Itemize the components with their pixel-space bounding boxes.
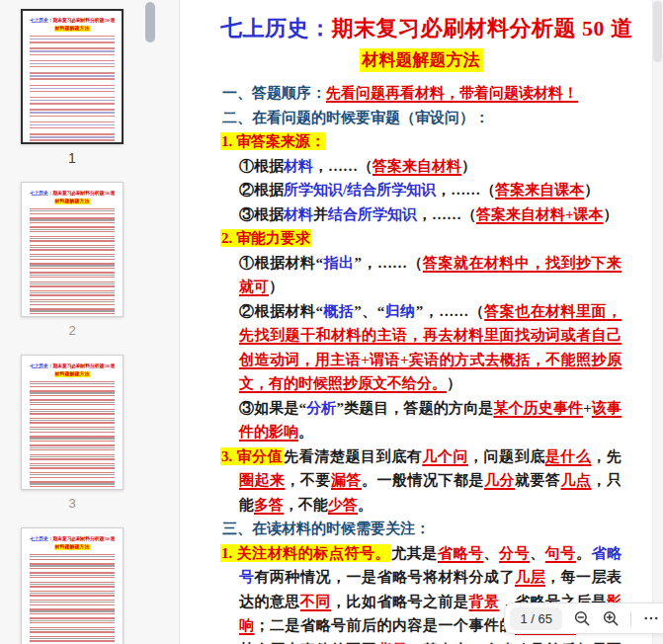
thumbnail-subtitle-chip: 材料题解题方法	[54, 371, 91, 377]
thumbnail-text-lines	[30, 554, 115, 644]
document-subtitle-row: 材料题解题方法	[220, 48, 622, 72]
doc-text-segment: 并	[313, 206, 328, 222]
doc-text-segment: ）	[269, 279, 284, 294]
doc-text-segment: ③根据	[239, 206, 284, 222]
doc-text-segment: ，比如省略号之前是	[331, 594, 469, 609]
doc-text-segment: 材料	[284, 158, 313, 174]
thumbnail-subtitle-chip: 材料题解题方法	[54, 544, 91, 550]
doc-text-segment: ）	[447, 375, 461, 391]
doc-text-segment: 是什么	[545, 448, 592, 464]
thumbnail-mini-title: 七上历史：期末复习必刷材料分析题 50 道	[27, 535, 118, 542]
doc-text-segment: ①根据	[239, 158, 284, 174]
doc-text-segment: ”，……（	[416, 303, 484, 319]
zoom-out-icon	[573, 609, 591, 627]
main-scrollbar[interactable]	[652, 0, 663, 644]
page-thumbnail-item[interactable]: 七上历史：期末复习必刷材料分析题 50 道材料题解题方法3	[0, 355, 144, 512]
doc-paragraph: 3. 审分值先看清楚题目到底有几个问，问题到底是什么，先圈起来，不要漏答。一般情…	[220, 444, 622, 518]
doc-text-segment: ”类题目，答题的方向是	[336, 400, 493, 416]
document-pane: 七上历史：期末复习必刷材料分析题 50 道 材料题解题方法 一、答题顺序：先看问…	[181, 0, 663, 644]
doc-text-segment: ）	[461, 158, 476, 174]
doc-text-segment: ③如果是“	[239, 400, 306, 416]
toolbar-divider	[630, 611, 631, 626]
doc-text-segment: 圈起来	[239, 472, 286, 488]
doc-paragraph: 二、在看问题的时候要审题（审设问）：	[222, 106, 622, 130]
doc-text-segment: +	[583, 400, 592, 416]
doc-text-segment: 指出	[323, 255, 355, 271]
main-scrollbar-thumb[interactable]	[653, 1, 662, 62]
doc-paragraph: ②根据所学知识/结合所学知识，……（答案来自课本）	[239, 178, 622, 202]
doc-text-segment: ②根据材料“	[239, 303, 323, 319]
zoom-out-button[interactable]	[573, 608, 591, 628]
document-subtitle: 材料题解题方法	[360, 48, 483, 72]
doc-paragraph: 一、答题顺序：先看问题再看材料，带着问题读材料！	[222, 81, 622, 106]
thumbnail-mini-title: 七上历史：期末复习必刷材料分析题 50 道	[27, 17, 118, 24]
doc-text-segment: 几点	[561, 472, 592, 488]
doc-text-segment: 先看清楚题目到底有	[284, 448, 422, 464]
doc-text-segment: 1. 关注材料的标点符号。	[220, 544, 391, 562]
doc-text-segment: 所学知识/结合所学知识	[284, 182, 436, 198]
doc-text-segment: ）	[604, 206, 619, 222]
doc-text-segment: 、	[484, 545, 500, 561]
doc-paragraph: ③根据材料并结合所学知识，……（答案来自材料+课本）	[239, 202, 622, 227]
doc-text-segment: 几个问	[422, 448, 468, 464]
page-number-label: 3	[0, 496, 144, 512]
document-title-main: 期末复习必刷材料分析题 50 道	[332, 16, 633, 40]
doc-text-segment: 省略号	[438, 545, 484, 561]
page-indicator[interactable]: 1 / 65	[510, 607, 562, 630]
document-body: 一、答题顺序：先看问题再看材料，带着问题读材料！二、在看问题的时候要审题（审设问…	[220, 81, 622, 644]
doc-text-segment: ，不要	[286, 472, 332, 488]
doc-text-segment: 、	[530, 545, 545, 561]
doc-text-segment: 分号	[499, 545, 530, 561]
doc-text-segment: 分析	[306, 400, 336, 416]
more-options-icon	[642, 609, 660, 627]
doc-text-segment: 。一般情况下都是	[362, 472, 484, 488]
doc-text-segment: 1. 审答案来源：	[220, 132, 326, 150]
doc-text-segment: ①根据材料“	[239, 255, 323, 271]
thumbnail-text-lines	[30, 381, 115, 488]
page-number-label: 1	[0, 150, 144, 166]
doc-text-segment: 二、在看问题的时候要审题（审设问）：	[222, 110, 489, 125]
page-thumbnail-item[interactable]: 七上历史：期末复习必刷材料分析题 50 道材料题解题方法2	[0, 182, 144, 339]
doc-text-segment: 材料	[284, 206, 313, 222]
sidebar-scrollbar-thumb[interactable]	[145, 2, 155, 42]
doc-text-segment: ，问题到底	[468, 448, 545, 464]
thumbnail-subtitle-chip: 材料题解题方法	[54, 199, 91, 204]
page-number-label: 2	[0, 323, 144, 339]
doc-text-segment: 就要答	[515, 472, 561, 488]
document-title: 七上历史：期末复习必刷材料分析题 50 道	[220, 14, 622, 43]
doc-text-segment: 句号	[545, 545, 576, 561]
doc-text-segment: 一、答题顺序：	[222, 85, 326, 101]
zoom-in-button[interactable]	[602, 608, 620, 628]
thumbnail-subtitle-chip: 材料题解题方法	[54, 26, 91, 32]
doc-text-segment: 几层	[515, 569, 545, 585]
doc-text-segment: 结合所学知识	[328, 206, 417, 222]
doc-text-segment: 少答	[328, 497, 358, 513]
more-options-button[interactable]	[642, 608, 660, 628]
doc-text-segment: 背景	[469, 594, 500, 609]
doc-text-segment: ；二是省略号前后的内容是一个事件的	[255, 617, 516, 633]
doc-text-segment: 3. 审分值	[220, 447, 284, 465]
doc-text-segment: 某个历史事件	[493, 400, 583, 416]
page-thumbnail[interactable]: 七上历史：期末复习必刷材料分析题 50 道材料题解题方法	[21, 9, 124, 144]
doc-paragraph: 1. 审答案来源：	[220, 129, 622, 154]
zoom-in-icon	[602, 609, 620, 627]
doc-text-segment: 不同	[300, 594, 331, 609]
doc-text-segment: ”、“	[354, 303, 384, 319]
thumbnail-mini-title: 七上历史：期末复习必刷材料分析题 50 道	[27, 190, 118, 197]
page-thumbnail-item[interactable]: 七上历史：期末复习必刷材料分析题 50 道材料题解题方法4	[0, 527, 144, 644]
doc-text-segment: ，……（	[313, 158, 373, 174]
viewer-toolbar: 1 / 65	[504, 603, 663, 634]
document-title-prefix: 七上历史：	[220, 16, 332, 40]
doc-text-segment: 有两种情况，一是省略号将材料分成了	[255, 569, 516, 585]
doc-text-segment: 归纳	[384, 303, 415, 319]
page-thumbnail[interactable]: 七上历史：期末复习必刷材料分析题 50 道材料题解题方法	[21, 355, 124, 490]
page-thumbnail-item[interactable]: 七上历史：期末复习必刷材料分析题 50 道材料题解题方法1	[0, 9, 144, 166]
page-thumbnail[interactable]: 七上历史：期末复习必刷材料分析题 50 道材料题解题方法	[21, 527, 124, 644]
page-thumbnail[interactable]: 七上历史：期末复习必刷材料分析题 50 道材料题解题方法	[21, 182, 124, 317]
doc-paragraph: ①根据材料，……（答案来自材料）	[239, 154, 622, 179]
doc-text-segment: 先看问题再看材料，带着问题读材料！	[326, 85, 578, 101]
doc-text-segment: ，……（	[436, 182, 495, 198]
doc-paragraph: 2. 审能力要求	[220, 226, 622, 251]
doc-text-segment: ②根据	[239, 182, 284, 198]
thumbnail-mini-title: 七上历史：期末复习必刷材料分析题 50 道	[27, 362, 118, 369]
